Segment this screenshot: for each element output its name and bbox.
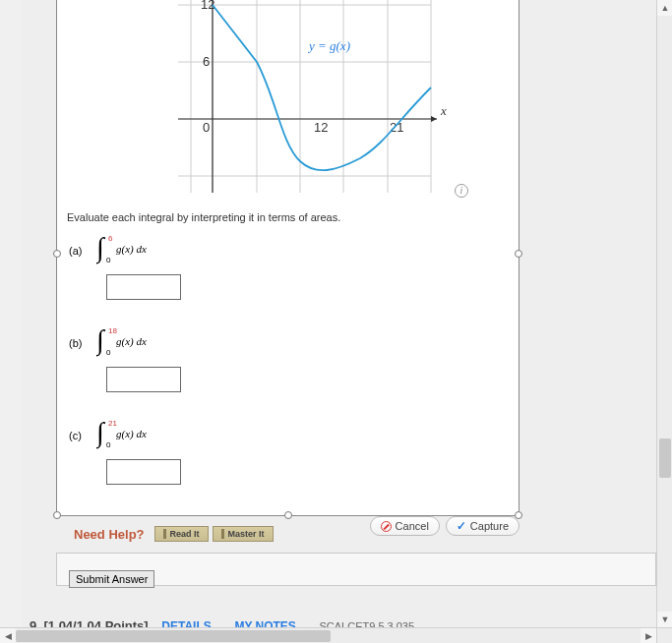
svg-text:∫: ∫	[96, 325, 106, 357]
details-link[interactable]: DETAILS	[152, 619, 220, 627]
read-it-button[interactable]: Read It	[154, 526, 209, 542]
part-b-integral: ∫ 18 0 g(x) dx	[96, 325, 185, 360]
svg-text:6: 6	[108, 234, 113, 243]
submit-answer-button[interactable]: Submit Answer	[69, 570, 154, 588]
x-tick-21: 21	[390, 120, 403, 135]
check-icon: ✓	[457, 519, 466, 533]
viewport: 12 6 0 12 21 y = g(x) x i Evaluate each …	[0, 0, 672, 643]
x-tick-12: 12	[314, 120, 328, 135]
graph: 12 6 0 12 21 y = g(x) x i	[114, 0, 458, 196]
scroll-down-arrow[interactable]: ▼	[657, 612, 672, 627]
svg-text:18: 18	[108, 326, 117, 335]
resize-handle-right[interactable]	[515, 250, 522, 258]
capture-button[interactable]: ✓ Capture	[446, 516, 519, 536]
content-scroll-area: 12 6 0 12 21 y = g(x) x i Evaluate each …	[0, 0, 656, 627]
scroll-left-arrow[interactable]: ◀	[0, 628, 16, 643]
svg-text:g(x) dx: g(x) dx	[116, 243, 147, 256]
master-it-button[interactable]: Master It	[213, 526, 274, 542]
part-a-label: (a)	[69, 245, 82, 257]
cancel-icon	[381, 521, 392, 532]
svg-marker-13	[431, 116, 437, 122]
need-help-label: Need Help?	[74, 527, 145, 542]
horizontal-scrollbar[interactable]: ◀ ▶	[0, 627, 656, 643]
graph-svg: 12 6 0 12 21 y = g(x) x	[114, 0, 449, 193]
vertical-scroll-thumb[interactable]	[659, 438, 671, 478]
scrollbar-corner	[656, 627, 672, 643]
part-c-answer-input[interactable]	[106, 459, 181, 485]
part-b-answer-input[interactable]	[106, 367, 181, 392]
next-q-points: [1.04/1.04 Points]	[43, 618, 148, 627]
graph-info-icon[interactable]: i	[455, 184, 468, 198]
function-label: y = g(x)	[307, 38, 350, 53]
part-a-integral: ∫ 6 0 g(x) dx	[96, 233, 185, 267]
help-row: Need Help? Read It Master It Cancel ✓ Ca…	[56, 522, 519, 546]
resize-handle-bottom-left[interactable]	[53, 511, 61, 519]
scroll-up-arrow[interactable]: ▲	[657, 0, 672, 16]
vertical-scroll-track[interactable]	[657, 16, 672, 612]
svg-text:0: 0	[106, 256, 111, 264]
svg-text:21: 21	[108, 419, 117, 428]
cancel-button[interactable]: Cancel	[370, 516, 440, 536]
vertical-scrollbar[interactable]: ▲ ▼	[656, 0, 672, 627]
part-a-answer-input[interactable]	[106, 274, 181, 300]
y-tick-6: 6	[203, 54, 210, 69]
next-question-header: 9. [1.04/1.04 Points] DETAILS MY NOTES S…	[30, 618, 656, 627]
svg-text:∫: ∫	[96, 233, 106, 264]
svg-text:∫: ∫	[96, 418, 106, 449]
horizontal-scroll-thumb[interactable]	[16, 630, 331, 642]
svg-text:g(x) dx: g(x) dx	[116, 428, 147, 440]
horizontal-scroll-track[interactable]	[16, 628, 641, 643]
svg-text:0: 0	[106, 440, 111, 449]
x-tick-0: 0	[203, 120, 210, 135]
next-q-source: SCALCET9 5.3.035.	[319, 620, 417, 627]
question-container: 12 6 0 12 21 y = g(x) x i Evaluate each …	[56, 0, 519, 516]
part-c-label: (c)	[69, 430, 82, 441]
svg-text:0: 0	[106, 348, 111, 357]
next-q-number: 9.	[30, 618, 40, 627]
instruction-text: Evaluate each integral by interpreting i…	[67, 211, 340, 223]
my-notes-link[interactable]: MY NOTES	[224, 619, 305, 627]
part-c-integral: ∫ 21 0 g(x) dx	[96, 418, 185, 452]
part-b-label: (b)	[69, 337, 82, 349]
svg-text:g(x) dx: g(x) dx	[116, 335, 147, 348]
resize-handle-left[interactable]	[53, 250, 61, 258]
scroll-right-arrow[interactable]: ▶	[641, 628, 656, 643]
x-axis-var: x	[440, 103, 447, 118]
resize-handle-bottom[interactable]	[284, 511, 292, 519]
